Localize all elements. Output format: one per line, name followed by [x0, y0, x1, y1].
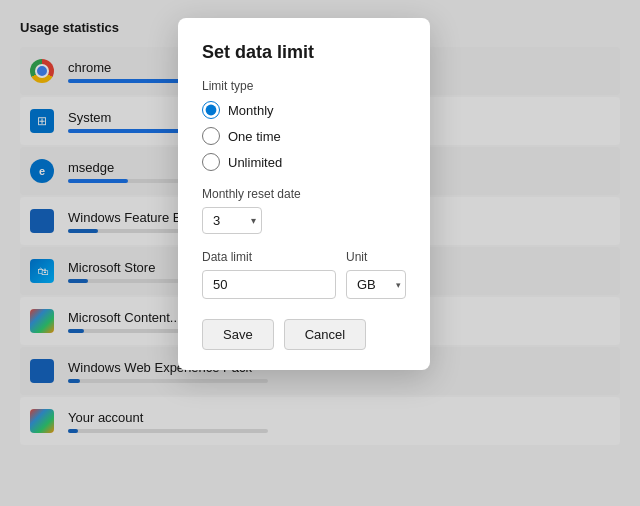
radio-item-unlimited[interactable]: Unlimited: [202, 153, 406, 171]
data-limit-row: Data limit Unit MB GB TB ▾: [202, 250, 406, 299]
radio-item-monthly[interactable]: Monthly: [202, 101, 406, 119]
reset-date-select[interactable]: 1 2 3 4 5 10 15 20 25 28: [202, 207, 262, 234]
radio-monthly-label[interactable]: Monthly: [228, 103, 274, 118]
reset-date-wrapper: 1 2 3 4 5 10 15 20 25 28 ▾: [202, 207, 262, 234]
save-button[interactable]: Save: [202, 319, 274, 350]
data-limit-label: Data limit: [202, 250, 336, 264]
radio-monthly[interactable]: [202, 101, 220, 119]
reset-date-label: Monthly reset date: [202, 187, 406, 201]
radio-unlimited[interactable]: [202, 153, 220, 171]
radio-unlimited-label[interactable]: Unlimited: [228, 155, 282, 170]
unit-label: Unit: [346, 250, 406, 264]
radio-onetime[interactable]: [202, 127, 220, 145]
limit-type-label: Limit type: [202, 79, 406, 93]
unit-select[interactable]: MB GB TB: [346, 270, 406, 299]
radio-onetime-label[interactable]: One time: [228, 129, 281, 144]
radio-item-onetime[interactable]: One time: [202, 127, 406, 145]
data-limit-input[interactable]: [202, 270, 336, 299]
modal-title: Set data limit: [202, 42, 406, 63]
set-data-limit-dialog: Set data limit Limit type Monthly One ti…: [178, 18, 430, 370]
button-row: Save Cancel: [202, 319, 406, 350]
cancel-button[interactable]: Cancel: [284, 319, 366, 350]
unit-select-wrapper: MB GB TB ▾: [346, 270, 406, 299]
limit-type-radio-group: Monthly One time Unlimited: [202, 101, 406, 171]
